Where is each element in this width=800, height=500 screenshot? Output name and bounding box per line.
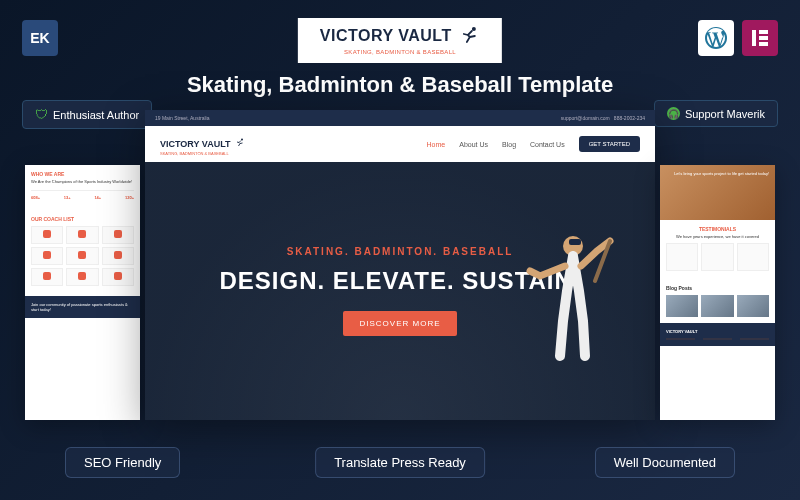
wordpress-badge: [698, 20, 734, 56]
testimonial-card: [666, 243, 698, 271]
right-template-preview: Let's bring your sports project to life …: [660, 165, 775, 420]
seo-pill: SEO Friendly: [65, 447, 180, 478]
coach-grid: [31, 226, 134, 286]
testimonial-card: [701, 243, 733, 271]
brand-badge-text: EK: [30, 30, 49, 46]
coach-item: [102, 226, 134, 244]
left-cta-text: Join our community of passionate sports …: [31, 302, 134, 312]
coach-heading: OUR COACH LIST: [31, 216, 134, 222]
hero-nav-logo: VICTORY VAULT: [160, 139, 231, 149]
main-logo: VICTORY VAULT SKATING, BADMINTON & BASEB…: [298, 18, 502, 63]
coach-item: [102, 268, 134, 286]
testimonials-sub: We have years experience, we have it cov…: [666, 234, 769, 239]
support-badge-text: Support Maverik: [685, 108, 765, 120]
hero-tagline: SKATING. BADMINTON. BASEBALL: [287, 246, 514, 257]
svg-rect-8: [569, 239, 581, 245]
left-template-preview: WHO WE ARE We Are the Champions of the S…: [25, 165, 140, 420]
nav-blog[interactable]: Blog: [502, 141, 516, 148]
support-icon: 🎧: [667, 107, 680, 120]
coach-item: [31, 247, 63, 265]
blog-grid: [666, 295, 769, 317]
stats-row: 608+ 13+ 14+ 120+: [31, 190, 134, 204]
right-hero-image: Let's bring your sports project to life …: [660, 165, 775, 220]
svg-rect-4: [759, 42, 768, 46]
coach-item: [102, 247, 134, 265]
runner-icon: [460, 26, 480, 48]
nav-home[interactable]: Home: [427, 141, 446, 148]
stat-2: 13+: [64, 195, 71, 200]
hero-nav-links: Home About Us Blog Contact Us GET STARTE…: [427, 136, 640, 152]
stat-1: 608+: [31, 195, 40, 200]
left-cta-bar: Join our community of passionate sports …: [25, 296, 140, 318]
svg-rect-3: [759, 36, 768, 40]
support-badge: 🎧 Support Maverik: [654, 100, 778, 127]
stat-3: 14+: [94, 195, 101, 200]
nav-about[interactable]: About Us: [459, 141, 488, 148]
elementor-badge: [742, 20, 778, 56]
hero-cta-button[interactable]: DISCOVER MORE: [343, 311, 456, 336]
hero-nav: VICTORY VAULT SKATING, BADMINTON & BASEB…: [145, 126, 655, 162]
brand-badge: EK: [22, 20, 58, 56]
topbar-phone: 888-2002-234: [614, 115, 645, 121]
who-title: We Are the Champions of the Sports Indus…: [31, 179, 134, 184]
logo-subtitle: SKATING, BADMINTON & BASEBALL: [320, 49, 480, 55]
blog-item: [737, 295, 769, 317]
coach-item: [66, 226, 98, 244]
author-badge-text: Enthusiast Author: [53, 109, 139, 121]
right-footer: VICTORY VAULT: [660, 323, 775, 346]
coach-item: [66, 268, 98, 286]
svg-rect-2: [759, 30, 768, 34]
testimonials-heading: TESTIMONIALS: [666, 226, 769, 232]
hero-nav-logo-sub: SKATING, BADMINTON & BASEBALL: [160, 151, 245, 156]
svg-point-6: [241, 138, 243, 140]
coach-item: [31, 268, 63, 286]
blog-item: [666, 295, 698, 317]
topbar-address: 19 Main Street, Australia: [155, 115, 209, 121]
hero-nav-logo-block: VICTORY VAULT SKATING, BADMINTON & BASEB…: [160, 133, 245, 156]
topbar-email: support@domain.com: [561, 115, 610, 121]
hero-topbar: 19 Main Street, Australia support@domain…: [145, 110, 655, 126]
baseball-player-image: [525, 221, 615, 361]
svg-rect-1: [752, 30, 756, 46]
footer-logo: VICTORY VAULT: [666, 329, 769, 334]
nav-contact[interactable]: Contact Us: [530, 141, 565, 148]
coach-item: [66, 247, 98, 265]
wordpress-icon: [704, 26, 728, 50]
nav-cta-button[interactable]: GET STARTED: [579, 136, 640, 152]
logo-title: VICTORY VAULT: [320, 27, 452, 45]
right-hero-text: Let's bring your sports project to life …: [660, 165, 775, 182]
elementor-icon: [748, 26, 772, 50]
blog-item: [701, 295, 733, 317]
testimonial-card: [737, 243, 769, 271]
blog-heading: Blog Posts: [666, 285, 769, 291]
docs-pill: Well Documented: [595, 447, 735, 478]
shield-icon: 🛡: [35, 107, 48, 122]
testimonials-row: [666, 243, 769, 271]
stat-4: 120+: [125, 195, 134, 200]
coach-item: [31, 226, 63, 244]
translate-pill: Translate Press Ready: [315, 447, 485, 478]
hero-template-preview: 19 Main Street, Australia support@domain…: [145, 110, 655, 420]
page-title: Skating, Badminton & Baseball Template: [187, 72, 613, 98]
who-heading: WHO WE ARE: [31, 171, 134, 177]
hero-main: SKATING. BADMINTON. BASEBALL DESIGN. ELE…: [145, 162, 655, 420]
author-badge: 🛡 Enthusiast Author: [22, 100, 152, 129]
